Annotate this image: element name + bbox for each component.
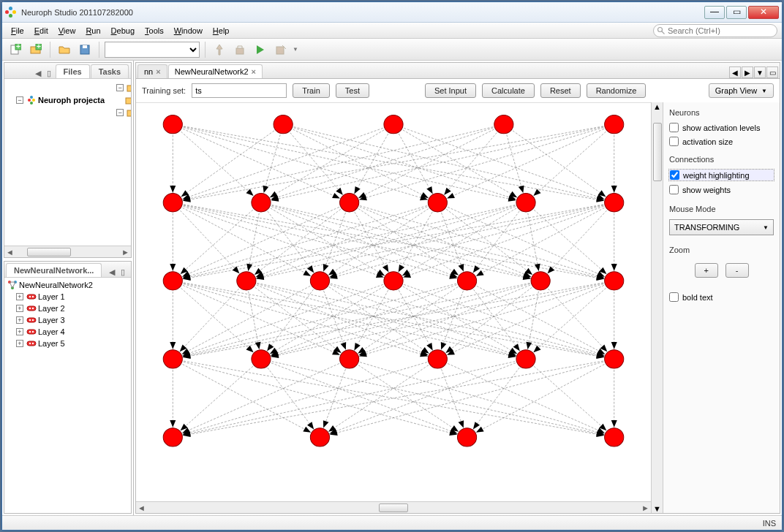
svg-line-78 bbox=[173, 202, 540, 281]
train-button[interactable]: Train bbox=[293, 83, 330, 98]
chk-bold-text[interactable]: bold text bbox=[669, 292, 774, 302]
nav-root[interactable]: NewNeuralNetwork2 bbox=[19, 281, 93, 289]
svg-point-36 bbox=[32, 319, 34, 321]
zoom-out-button[interactable]: - bbox=[725, 263, 749, 278]
chk-weight-highlighting[interactable]: weight highlighting bbox=[669, 170, 774, 180]
scroll-right-icon[interactable]: ▶ bbox=[742, 66, 753, 78]
network-canvas[interactable] bbox=[136, 103, 651, 501]
menu-window[interactable]: Window bbox=[170, 25, 207, 37]
nav-pin-icon[interactable]: ▯ bbox=[118, 267, 128, 277]
menu-run[interactable]: Run bbox=[81, 25, 105, 37]
build-button[interactable] bbox=[211, 41, 228, 58]
svg-point-205 bbox=[163, 428, 182, 446]
menu-file[interactable]: File bbox=[7, 25, 29, 37]
chk-activation-size[interactable]: activation size bbox=[669, 137, 774, 146]
projects-hscroll[interactable]: ◄► bbox=[4, 246, 131, 257]
tab-nn[interactable]: nn× bbox=[137, 64, 167, 78]
view-mode-combo[interactable]: Graph View▼ bbox=[709, 83, 774, 98]
zoom-in-button[interactable]: + bbox=[695, 263, 718, 278]
svg-rect-11 bbox=[276, 47, 284, 54]
canvas-hscroll[interactable]: ◄► bbox=[136, 501, 651, 513]
training-set-input[interactable] bbox=[192, 83, 287, 98]
new-project-button[interactable]: + bbox=[27, 41, 45, 58]
svg-line-59 bbox=[393, 124, 526, 202]
debug-button[interactable] bbox=[272, 41, 290, 58]
svg-point-14 bbox=[32, 99, 35, 102]
menu-view[interactable]: View bbox=[54, 25, 80, 37]
svg-line-118 bbox=[173, 281, 437, 359]
clean-button[interactable] bbox=[231, 41, 249, 58]
svg-line-124 bbox=[246, 281, 437, 359]
navigator-tree[interactable]: NewNeuralNetwork2 +Layer 1+Layer 2+Layer… bbox=[4, 278, 131, 513]
projects-panel: ◀▯ Files Tasks −Neuroph projecta −Neural… bbox=[4, 62, 132, 258]
open-button[interactable] bbox=[56, 41, 73, 58]
navigator-title[interactable]: NewNeuralNetwork... bbox=[6, 263, 102, 277]
test-button[interactable]: Test bbox=[336, 83, 369, 98]
svg-line-53 bbox=[283, 124, 526, 202]
svg-line-91 bbox=[350, 202, 467, 281]
maximize-icon[interactable]: ▭ bbox=[766, 66, 778, 78]
nav-layer-item[interactable]: +Layer 1 bbox=[16, 291, 129, 303]
close-icon[interactable]: × bbox=[156, 67, 160, 76]
svg-line-87 bbox=[173, 202, 349, 281]
window-title: Neuroph Studio 201107282000 bbox=[21, 8, 704, 17]
svg-text:+: + bbox=[37, 44, 41, 50]
menu-tools[interactable]: Tools bbox=[140, 25, 168, 37]
svg-line-133 bbox=[173, 281, 393, 359]
close-icon[interactable]: × bbox=[252, 67, 256, 76]
svg-line-168 bbox=[350, 359, 614, 437]
reset-button[interactable]: Reset bbox=[540, 83, 581, 98]
editor-tabs: nn× NewNeuralNetwork2× ◀ ▶ ▼ ▭ bbox=[135, 62, 780, 78]
svg-line-70 bbox=[437, 124, 614, 202]
svg-point-206 bbox=[310, 428, 329, 446]
menu-debug[interactable]: Debug bbox=[107, 25, 139, 37]
canvas-vscroll[interactable]: ▲▼ bbox=[651, 102, 663, 513]
svg-line-47 bbox=[173, 124, 526, 202]
tree-root[interactable]: Neuroph projecta bbox=[38, 96, 105, 104]
randomize-button[interactable]: Randomize bbox=[587, 83, 647, 98]
toolbar: + + ▼ bbox=[2, 39, 782, 61]
projects-tree[interactable]: −Neuroph projecta −Neural Networks NewNe… bbox=[4, 79, 131, 246]
svg-rect-31 bbox=[27, 306, 36, 311]
nav-layer-item[interactable]: +Layer 5 bbox=[16, 338, 129, 349]
maximize-button[interactable]: ▭ bbox=[726, 6, 747, 19]
calculate-button[interactable]: Calculate bbox=[482, 83, 535, 98]
tab-newneuralnetwork2[interactable]: NewNeuralNetwork2× bbox=[168, 64, 263, 78]
svg-point-189 bbox=[428, 194, 447, 212]
chk-show-weights[interactable]: show weights bbox=[669, 185, 774, 194]
menu-help[interactable]: Help bbox=[208, 25, 234, 37]
new-file-button[interactable]: + bbox=[7, 41, 24, 58]
chk-activation-levels[interactable]: show activation levels bbox=[669, 123, 774, 132]
tab-files[interactable]: Files bbox=[56, 64, 90, 78]
mouse-mode-select[interactable]: TRANSFORMING▼ bbox=[669, 219, 774, 235]
connections-heading: Connections bbox=[669, 155, 774, 164]
svg-point-207 bbox=[457, 428, 476, 446]
search-input[interactable] bbox=[668, 26, 774, 35]
svg-line-56 bbox=[261, 124, 393, 202]
set-input-button[interactable]: Set Input bbox=[425, 83, 476, 98]
scroll-left-icon[interactable]: ◀ bbox=[729, 66, 741, 78]
minimize-button[interactable]: — bbox=[704, 6, 725, 19]
run-button[interactable] bbox=[252, 41, 269, 58]
svg-point-42 bbox=[32, 343, 34, 344]
config-combo[interactable] bbox=[105, 42, 200, 58]
svg-point-208 bbox=[605, 428, 624, 446]
close-button[interactable]: ✕ bbox=[748, 6, 779, 19]
svg-rect-40 bbox=[27, 341, 36, 346]
svg-point-196 bbox=[457, 272, 476, 290]
pin-icon[interactable]: ▯ bbox=[44, 68, 54, 78]
save-all-button[interactable] bbox=[76, 41, 94, 58]
svg-line-117 bbox=[173, 281, 349, 359]
nav-layer-item[interactable]: +Layer 3 bbox=[16, 314, 129, 326]
search-box[interactable] bbox=[653, 24, 777, 37]
dropdown-icon[interactable]: ▼ bbox=[754, 66, 766, 78]
tab-tasks[interactable]: Tasks bbox=[91, 64, 129, 78]
nav-layer-item[interactable]: +Layer 4 bbox=[16, 326, 129, 338]
nav-restore-icon[interactable]: ◀ bbox=[107, 267, 117, 277]
mouse-mode-heading: Mouse Mode bbox=[669, 205, 774, 213]
restore-icon[interactable]: ◀ bbox=[33, 68, 43, 78]
view-options-panel: Neurons show activation levels activatio… bbox=[663, 102, 780, 513]
svg-line-154 bbox=[437, 281, 614, 359]
menu-edit[interactable]: Edit bbox=[30, 25, 53, 37]
nav-layer-item[interactable]: +Layer 2 bbox=[16, 303, 129, 314]
